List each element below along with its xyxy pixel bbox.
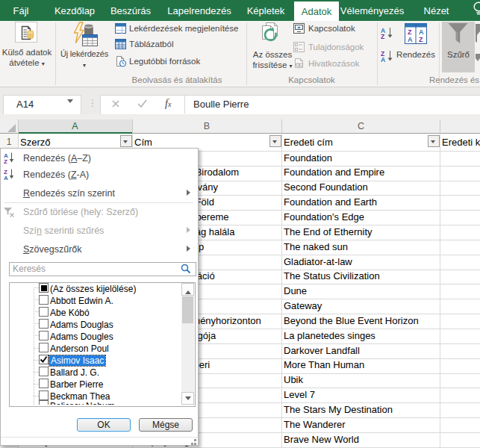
svg-text:Z: Z <box>381 33 384 40</box>
svg-text:Z: Z <box>4 158 7 164</box>
svg-text:Z: Z <box>408 28 412 36</box>
svg-text:A: A <box>419 28 424 36</box>
svg-text:A: A <box>381 56 385 63</box>
svg-text:A: A <box>4 175 8 181</box>
svg-text:A: A <box>408 36 413 43</box>
svg-text:Z: Z <box>419 36 423 43</box>
